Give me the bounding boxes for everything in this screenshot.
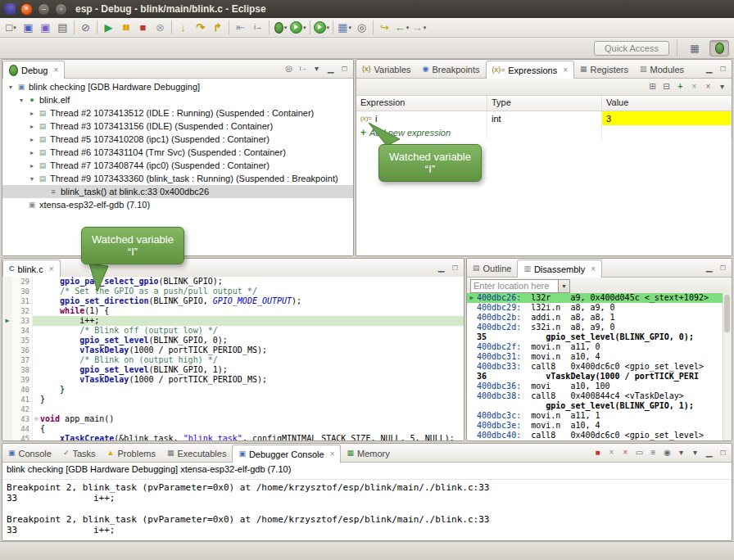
console-output[interactable]: Breakpoint 2, blink_task (pvParameter=0x… — [2, 480, 732, 538]
debug-tree-item[interactable]: ▣xtensa-esp32-elf-gdb (7.10) — [2, 198, 353, 211]
code-text[interactable]: xTaskCreate(&blink_task, "blink_task", c… — [40, 434, 464, 440]
expander-icon[interactable]: ▸ — [27, 136, 37, 143]
tab-registers[interactable]: ▦Registers — [574, 61, 634, 78]
marker-bar[interactable] — [2, 306, 12, 316]
close-icon[interactable]: × — [330, 449, 335, 458]
close-icon[interactable]: × — [563, 65, 568, 75]
tab-problems[interactable]: ▲Problems — [102, 445, 161, 462]
clear-console-icon[interactable]: ▭ — [633, 449, 646, 457]
new-c-project-button[interactable]: ▦▾ — [336, 20, 353, 36]
code-text[interactable]: gpio_set_direction(BLINK_GPIO, GPIO_MODE… — [40, 296, 464, 306]
debug-tree-item[interactable]: ▸▤Thread #5 1073410208 (ipc1) (Suspended… — [2, 133, 353, 146]
marker-bar[interactable] — [2, 414, 12, 424]
launch-group-icon[interactable]: ◎ — [283, 65, 295, 73]
display-console-icon[interactable]: ▾ — [675, 449, 687, 457]
disassembly-line[interactable]: 400dbc38: call8 0x400844c4 <vTaskDelay> — [467, 391, 723, 401]
marker-bar[interactable] — [2, 375, 12, 385]
column-header-type[interactable]: Type — [487, 96, 602, 111]
minimize-icon[interactable] — [703, 65, 715, 73]
tab-expressions[interactable]: (x)=Expressions× — [486, 61, 575, 79]
editor-line[interactable]: 40 } — [2, 385, 464, 395]
print-button[interactable]: ▤ — [54, 20, 71, 36]
disassembly-line[interactable]: 400dbc2f: movi.n a11, 0 — [467, 342, 723, 352]
column-header-expression[interactable]: Expression — [356, 96, 487, 111]
expander-icon[interactable]: ▾ — [6, 84, 16, 91]
editor-line[interactable]: 29 gpio_pad_select_gpio(BLINK_GPIO); — [2, 277, 464, 287]
disassembly-line[interactable]: 400dbc31: movi.n a10, 4 — [467, 352, 723, 362]
last-edit-location-button[interactable]: ↪ — [376, 20, 393, 36]
maximize-icon[interactable] — [717, 449, 729, 457]
instruction-mode-icon[interactable]: i→ — [297, 65, 309, 72]
marker-bar[interactable] — [2, 336, 12, 345]
marker-bar[interactable] — [2, 296, 12, 306]
terminate-button[interactable]: ■ — [134, 20, 152, 36]
remove-expression-icon[interactable]: × — [688, 83, 700, 91]
add-expression-icon[interactable]: + — [674, 83, 686, 91]
expander-icon[interactable]: ▸ — [27, 123, 37, 130]
editor-line[interactable]: 38 gpio_set_level(BLINK_GPIO, 1); — [2, 365, 464, 375]
step-into-button[interactable]: ↓ — [174, 20, 192, 36]
debug-tree-item[interactable]: ▾▤Thread #9 1073433360 (blink_task : Run… — [2, 172, 353, 185]
expander-icon[interactable]: ▸ — [27, 110, 37, 117]
debug-tree-item[interactable]: ≡blink_task() at blink.c:33 0x400dbc26 — [2, 185, 353, 198]
remove-all-expressions-icon[interactable]: × — [702, 83, 714, 91]
code-text[interactable]: gpio_set_level(BLINK_GPIO, 0); — [40, 336, 464, 345]
debug-tree-item[interactable]: ▸▤Thread #2 1073413512 (IDLE : Running) … — [2, 106, 353, 120]
editor-line[interactable]: 45 xTaskCreate(&blink_task, "blink_task"… — [2, 434, 464, 440]
window-close-button[interactable] — [20, 3, 33, 16]
marker-bar[interactable] — [2, 277, 12, 287]
code-text[interactable]: while(1) { — [40, 306, 464, 316]
scrollbar-thumb[interactable] — [724, 295, 730, 332]
disassembly-line[interactable]: gpio_set_level(BLINK_GPIO, 1); — [467, 401, 723, 411]
editor-line[interactable]: 42 — [2, 404, 464, 414]
marker-bar[interactable] — [2, 395, 12, 404]
view-menu-icon[interactable]: ▾ — [716, 83, 728, 91]
window-maximize-button[interactable] — [55, 3, 67, 16]
debug-tree-item[interactable]: ▸▤Thread #3 1073413156 (IDLE) (Suspended… — [2, 120, 353, 133]
code-text[interactable] — [40, 404, 464, 414]
code-text[interactable]: /* Blink on (output high) */ — [40, 355, 464, 365]
disassembly-line[interactable]: 400dbc29: l32i.n a8, a9, 0 — [467, 303, 723, 313]
editor-line[interactable]: 37 /* Blink on (output high) */ — [2, 355, 464, 365]
debug-tree-item[interactable]: ▸▤Thread #7 1073408744 (ipc0) (Suspended… — [2, 159, 353, 172]
instruction-stepping-button[interactable]: i→ — [249, 20, 266, 36]
marker-bar[interactable] — [2, 287, 12, 296]
debug-tree-item[interactable]: ▾▣blink checking [GDB Hardware Debugging… — [2, 80, 353, 93]
code-text[interactable]: } — [40, 385, 464, 395]
tab-c-file[interactable]: Cblink.c× — [2, 260, 61, 278]
step-over-button[interactable]: ↷ — [192, 20, 209, 36]
expression-row[interactable]: (x)=iint3 — [356, 111, 732, 125]
disassembly-line[interactable]: 400dbc33: call8 0x400dc6c0 <gpio_set_lev… — [467, 362, 723, 372]
editor-line[interactable]: 31 gpio_set_direction(BLINK_GPIO, GPIO_M… — [2, 296, 464, 306]
marker-bar[interactable] — [2, 355, 12, 365]
marker-bar[interactable] — [2, 326, 12, 336]
forward-button[interactable]: →▾ — [410, 20, 428, 36]
minimize-icon[interactable] — [703, 264, 715, 272]
disassembly-line[interactable]: 36 vTaskDelay(1000 / portTICK_PERI — [467, 372, 723, 382]
marker-bar[interactable] — [2, 434, 12, 440]
minimize-icon[interactable] — [435, 264, 447, 272]
close-icon[interactable]: × — [591, 264, 596, 273]
marker-bar[interactable] — [2, 385, 12, 395]
disassembly-line[interactable]: 400dbc3c: movi.n a11, 1 — [467, 411, 723, 421]
tab-outline[interactable]: ▤Outline — [467, 260, 517, 277]
expression-value-cell[interactable]: 3 — [602, 111, 732, 125]
remove-launch-icon[interactable]: × — [605, 449, 618, 457]
editor-line[interactable]: 43⊖void app_main() — [2, 414, 464, 424]
code-text[interactable]: i++; — [40, 316, 464, 326]
location-input[interactable]: Enter location here — [470, 279, 559, 293]
location-dropdown-icon[interactable]: ▼ — [559, 279, 570, 293]
minimize-icon[interactable] — [703, 449, 715, 457]
drop-to-frame-button[interactable]: ⇤ — [232, 20, 249, 36]
close-icon[interactable]: × — [49, 264, 54, 273]
editor-line[interactable]: 44{ — [2, 424, 464, 434]
save-button[interactable]: ▣ — [20, 20, 37, 36]
disassembly-line[interactable]: 400dbc3e: movi.n a10, 4 — [467, 421, 723, 431]
disassembly-line[interactable]: 400dbc40: call8 0x400dc6c0 <gpio_set_lev… — [467, 431, 723, 440]
disassembly-line[interactable]: 400dbc2b: addi.n a8, a8, 1 — [467, 313, 723, 323]
tab-debug[interactable]: Debug× — [2, 61, 65, 79]
resume-button[interactable]: ▶ — [100, 20, 117, 36]
tab-console[interactable]: ▣Console — [2, 445, 57, 462]
editor-line[interactable]: 39 vTaskDelay(1000 / portTICK_PERIOD_MS)… — [2, 375, 464, 385]
step-return-button[interactable]: ↱ — [209, 20, 226, 36]
